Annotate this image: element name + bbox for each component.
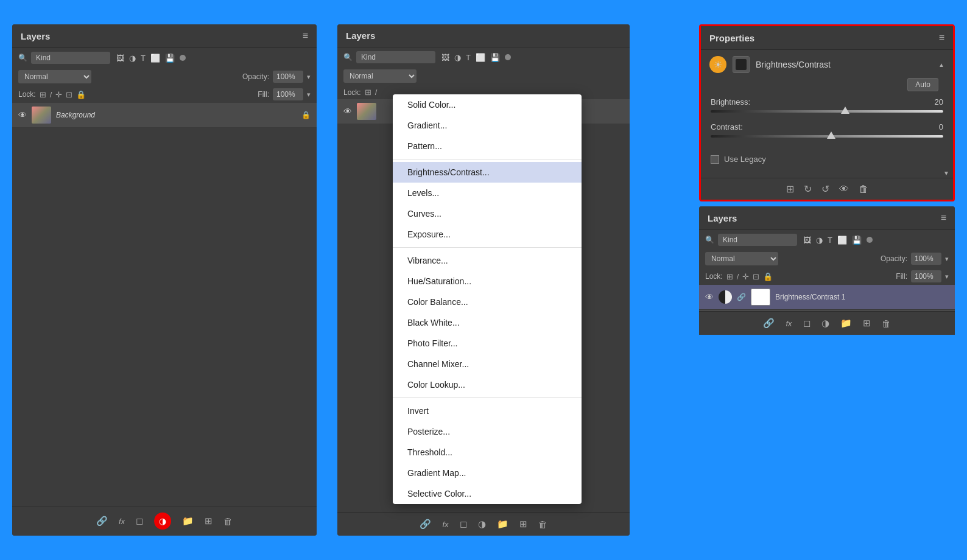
left-adjustment-icon[interactable]: ◑ — [154, 513, 171, 530]
mid-circle-dot-icon[interactable] — [505, 54, 511, 60]
auto-button[interactable]: Auto — [907, 78, 938, 91]
left-new-layer-icon[interactable]: ⊞ — [205, 516, 213, 527]
right-square-icon[interactable]: ◻ — [803, 318, 811, 329]
right-circle-half-icon[interactable]: ◑ — [816, 236, 823, 245]
mid-square-icon[interactable]: ◻ — [460, 519, 467, 530]
dropdown-item-invert[interactable]: Invert — [393, 401, 582, 421]
right-image-icon[interactable]: 🖼 — [803, 236, 811, 245]
dropdown-item-pattern[interactable]: Pattern... — [393, 136, 582, 156]
lock-brush-icon[interactable]: / — [50, 90, 52, 99]
left-square-icon[interactable]: ◻ — [136, 516, 143, 527]
dropdown-item-solid-color[interactable]: Solid Color... — [393, 94, 582, 115]
mid-lock-brush-icon[interactable]: / — [375, 88, 378, 97]
props-link-icon[interactable]: ↻ — [804, 183, 812, 195]
left-panel-menu-icon[interactable]: ≡ — [303, 30, 308, 41]
dropdown-item-black-white[interactable]: Black White... — [393, 312, 582, 333]
lock-crop-icon[interactable]: ⊡ — [66, 90, 72, 99]
right-text-icon[interactable]: T — [828, 236, 832, 245]
left-layer-visibility-icon[interactable]: 👁 — [18, 110, 27, 120]
right-fx-icon[interactable]: fx — [786, 319, 792, 328]
lock-icon[interactable]: 🔒 — [76, 90, 86, 99]
right-lock-icon[interactable]: 🔒 — [763, 272, 773, 281]
dropdown-item-gradient-map[interactable]: Gradient Map... — [393, 463, 582, 483]
circle-half-icon[interactable]: ◑ — [129, 54, 136, 63]
select-icon[interactable]: ⬜ — [150, 54, 160, 63]
props-new-layer-icon[interactable]: ⊞ — [786, 183, 794, 195]
dropdown-item-color-balance[interactable]: Color Balance... — [393, 292, 582, 312]
right-bc1-layer[interactable]: 👁 🔗 Brightness/Contrast 1 — [699, 285, 955, 310]
right-circle-dot-icon[interactable] — [867, 237, 873, 243]
text-icon[interactable]: T — [141, 54, 146, 63]
mid-link-icon[interactable]: 🔗 — [420, 519, 431, 530]
dropdown-item-brightness-contrast[interactable]: Brightness/Contrast... — [393, 162, 582, 183]
left-opacity-input[interactable] — [273, 71, 303, 83]
props-visibility-icon[interactable]: 👁 — [839, 184, 849, 195]
right-opacity-arrow[interactable]: ▾ — [945, 255, 949, 263]
mid-select-icon[interactable]: ⬜ — [476, 53, 485, 62]
dropdown-item-gradient[interactable]: Gradient... — [393, 115, 582, 136]
right-search-input[interactable] — [718, 234, 797, 246]
mid-save-icon[interactable]: 💾 — [490, 53, 500, 62]
dropdown-item-channel-mixer[interactable]: Channel Mixer... — [393, 354, 582, 374]
mid-circle-half-icon[interactable]: ◑ — [454, 53, 461, 62]
mid-new-layer-icon[interactable]: ⊞ — [519, 519, 527, 530]
brightness-thumb[interactable] — [841, 107, 849, 114]
mid-image-icon[interactable]: 🖼 — [441, 53, 449, 62]
dropdown-item-curves[interactable]: Curves... — [393, 203, 582, 224]
scroll-up-arrow[interactable]: ▲ — [938, 61, 944, 68]
contrast-track[interactable] — [711, 135, 943, 138]
right-select-icon[interactable]: ⬜ — [837, 236, 847, 245]
dropdown-item-selective-color[interactable]: Selective Color... — [393, 483, 582, 504]
right-lock-grid-icon[interactable]: ⊞ — [726, 272, 733, 281]
right-layers-menu-icon[interactable]: ≡ — [941, 212, 946, 223]
right-fill-arrow[interactable]: ▾ — [945, 273, 949, 281]
contrast-thumb[interactable] — [827, 131, 835, 139]
middle-mode-select[interactable]: Normal — [343, 69, 417, 83]
right-mode-select[interactable]: Normal Dissolve Multiply — [705, 252, 778, 265]
left-fx-icon[interactable]: fx — [119, 517, 125, 526]
scroll-down-arrow[interactable]: ▼ — [943, 170, 949, 177]
right-trash-icon[interactable]: 🗑 — [882, 318, 891, 329]
mid-text-icon[interactable]: T — [466, 53, 471, 62]
dropdown-item-vibrance[interactable]: Vibrance... — [393, 250, 582, 271]
dropdown-item-hue-saturation[interactable]: Hue/Saturation... — [393, 271, 582, 292]
lock-move-icon[interactable]: ✛ — [55, 90, 62, 99]
save-icon[interactable]: 💾 — [165, 54, 175, 63]
left-fill-input[interactable] — [273, 88, 303, 100]
right-bc1-visibility-icon[interactable]: 👁 — [705, 292, 714, 302]
lock-grid-icon[interactable]: ⊞ — [40, 90, 46, 99]
dropdown-item-posterize[interactable]: Posterize... — [393, 421, 582, 442]
right-folder-icon[interactable]: 📁 — [840, 318, 852, 329]
circle-dot-icon[interactable] — [180, 55, 186, 61]
right-fill-input[interactable] — [911, 270, 941, 282]
mid-trash-icon[interactable]: 🗑 — [538, 519, 547, 530]
left-fill-arrow[interactable]: ▾ — [307, 91, 311, 99]
props-reset-icon[interactable]: ↺ — [821, 183, 829, 195]
middle-layer-visibility-icon[interactable]: 👁 — [343, 107, 352, 116]
use-legacy-checkbox[interactable] — [711, 155, 719, 164]
left-opacity-arrow[interactable]: ▾ — [307, 73, 311, 81]
right-adjustment-icon[interactable]: ◑ — [821, 318, 829, 329]
middle-search-input[interactable] — [356, 51, 435, 63]
left-layer-background[interactable]: 👁 Background 🔒 — [12, 103, 317, 128]
dropdown-item-exposure[interactable]: Exposure... — [393, 224, 582, 245]
mid-folder-icon[interactable]: 📁 — [497, 519, 508, 530]
mid-fx-icon[interactable]: fx — [442, 520, 448, 529]
right-save-icon[interactable]: 💾 — [852, 236, 862, 245]
left-search-input[interactable] — [31, 52, 110, 64]
left-folder-icon[interactable]: 📁 — [182, 516, 194, 527]
right-lock-move-icon[interactable]: ✛ — [742, 272, 749, 281]
left-trash-icon[interactable]: 🗑 — [223, 516, 233, 527]
props-trash-icon[interactable]: 🗑 — [859, 184, 868, 195]
right-lock-crop-icon[interactable]: ⊡ — [753, 272, 759, 281]
mid-lock-grid-icon[interactable]: ⊞ — [365, 88, 371, 97]
left-link-icon[interactable]: 🔗 — [96, 516, 108, 527]
right-new-layer-icon[interactable]: ⊞ — [863, 318, 871, 329]
mid-adjustment-icon[interactable]: ◑ — [478, 519, 486, 530]
right-lock-brush-icon[interactable]: / — [737, 272, 739, 281]
dropdown-item-color-lookup[interactable]: Color Lookup... — [393, 374, 582, 395]
brightness-track[interactable] — [711, 110, 943, 113]
dropdown-item-levels[interactable]: Levels... — [393, 183, 582, 203]
right-opacity-input[interactable] — [911, 253, 941, 265]
right-link-icon[interactable]: 🔗 — [763, 318, 775, 329]
